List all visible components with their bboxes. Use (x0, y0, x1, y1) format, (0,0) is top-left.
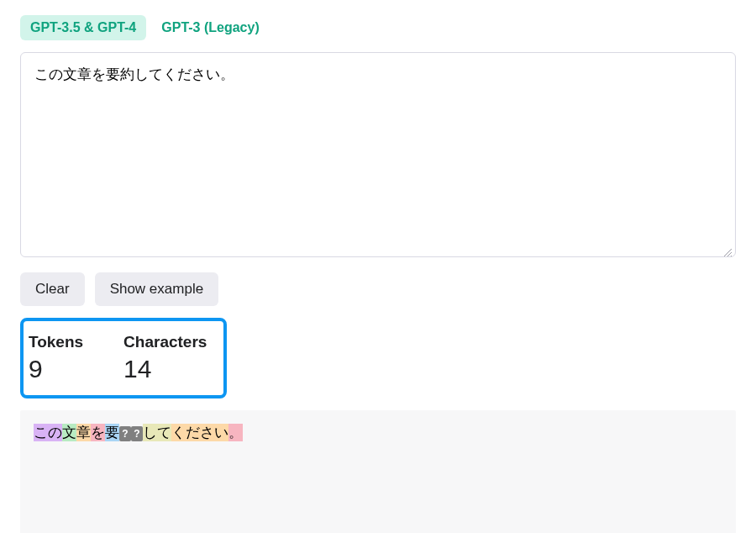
characters-label: Characters (123, 333, 207, 351)
token-segment: を (91, 424, 105, 441)
token-segment: 文 (62, 424, 76, 441)
token-segment: 章 (76, 424, 91, 441)
text-input[interactable] (20, 52, 736, 257)
token-visualization: この文章を要??してください。 (20, 410, 736, 533)
textarea-container (20, 52, 736, 261)
unknown-token-icon: ? (119, 426, 131, 441)
token-segment: して (143, 424, 171, 441)
unknown-token-icon: ? (131, 426, 143, 441)
token-segment: この (34, 424, 62, 441)
characters-value: 14 (123, 355, 207, 383)
button-row: Clear Show example (20, 272, 736, 306)
token-segment: 要 (105, 424, 119, 441)
model-tabs: GPT-3.5 & GPT-4 GPT-3 (Legacy) (20, 15, 736, 40)
characters-stat: Characters 14 (123, 333, 207, 383)
tab-gpt3-legacy[interactable]: GPT-3 (Legacy) (151, 15, 269, 40)
token-segment: ください (171, 424, 228, 441)
token-segment: 。 (228, 424, 243, 441)
clear-button[interactable]: Clear (20, 272, 85, 306)
tokens-value: 9 (29, 355, 83, 383)
stats-box: Tokens 9 Characters 14 (20, 318, 227, 398)
tokens-stat: Tokens 9 (29, 333, 83, 383)
tab-gpt35-gpt4[interactable]: GPT-3.5 & GPT-4 (20, 15, 146, 40)
show-example-button[interactable]: Show example (95, 272, 219, 306)
tokens-label: Tokens (29, 333, 83, 351)
